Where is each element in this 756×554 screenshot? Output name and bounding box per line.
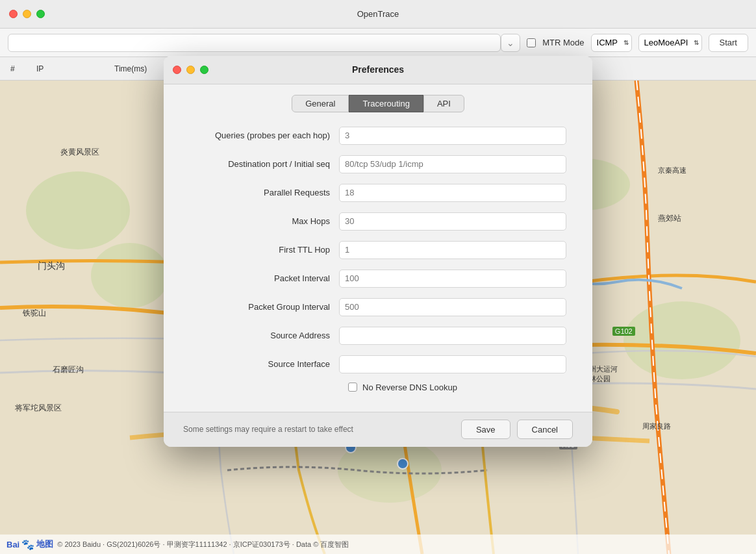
input-sourceaddress[interactable] [339,327,566,345]
maximize-button[interactable] [36,10,45,18]
field-packetinterval: Packet Interval [190,268,566,289]
label-maxhops: Max Hops [190,216,339,226]
prefs-maximize-button[interactable] [200,66,208,74]
tab-general[interactable]: General [292,95,349,112]
prefs-content: Queries (probes per each hop) Destinatio… [164,120,592,412]
input-packetinterval[interactable] [339,270,566,288]
cancel-button[interactable]: Cancel [517,420,573,439]
input-maxhops[interactable] [339,212,566,231]
prefs-footer-buttons: Save Cancel [461,420,573,439]
label-sourceinterface: Source Interface [190,359,339,369]
input-packetgroupinterval[interactable] [339,298,566,316]
label-sourceaddress: Source Address [190,331,339,340]
input-destport[interactable] [339,155,566,173]
prefs-close-button[interactable] [173,66,181,74]
input-parallel[interactable] [339,184,566,202]
save-button[interactable]: Save [461,420,510,439]
label-destport: Destination port / Initial seq [190,159,339,169]
col-header-hash[interactable]: # [5,64,31,73]
close-button[interactable] [9,10,18,18]
prefs-minimize-button[interactable] [186,66,195,74]
traffic-lights [9,10,45,18]
svg-point-1 [26,171,130,249]
input-firstttl[interactable] [339,241,566,259]
no-reverse-dns-checkbox[interactable] [348,383,357,392]
field-sourceaddress: Source Address [190,325,566,346]
label-parallel: Parallel Requests [190,188,339,197]
col-header-ip[interactable]: IP [31,64,109,73]
checkbox-row-dns: No Reverse DNS Lookup [348,383,566,392]
label-queries: Queries (probes per each hop) [190,131,339,140]
field-destport: Destination port / Initial seq [190,154,566,175]
mtr-mode-checkbox[interactable] [527,38,536,47]
field-queries: Queries (probes per each hop) [190,125,566,146]
destination-input[interactable] [8,34,501,52]
mtr-mode-label: MTR Mode [542,38,584,47]
baidu-paw-icon: 🐾 [21,538,34,551]
preferences-dialog: Preferences General Tracerouting API Que… [164,56,592,447]
prefs-tabs: General Tracerouting API [164,84,592,120]
baidu-copyright: © 2023 Baidu · GS(2021)6026号 · 甲测资字11111… [57,540,349,549]
prefs-footer: Some settings may require a restart to t… [164,412,592,447]
field-firstttl: First TTL Hop [190,240,566,260]
prefs-title-bar: Preferences [164,56,592,84]
baidu-logo: Bai🐾地图 [6,538,53,551]
prefs-footer-text: Some settings may require a restart to t… [183,425,353,434]
tab-api[interactable]: API [423,95,464,112]
svg-point-5 [624,301,740,379]
minimize-button[interactable] [23,10,31,18]
toolbar: ⌄ MTR Mode ICMP UDP TCP ⇅ LeoMoeAPI ⇅ St… [0,29,756,57]
api-select-wrapper: LeoMoeAPI ⇅ [638,34,702,52]
field-sourceinterface: Source Interface [190,354,566,375]
label-packetgroupinterval: Packet Group Interval [190,302,339,312]
protocol-select-wrapper: ICMP UDP TCP ⇅ [591,34,632,52]
app-title: OpenTrace [357,9,399,19]
input-sourceinterface[interactable] [339,355,566,373]
tab-tracerouting[interactable]: Tracerouting [349,95,423,112]
prefs-title: Preferences [352,64,404,75]
label-packetinterval: Packet Interval [190,273,339,283]
input-queries[interactable] [339,127,566,145]
no-reverse-dns-label: No Reverse DNS Lookup [362,383,457,392]
field-maxhops: Max Hops [190,211,566,232]
svg-point-10 [397,459,408,469]
field-parallel: Parallel Requests [190,183,566,203]
start-button[interactable]: Start [709,34,748,52]
dropdown-chevron-icon[interactable]: ⌄ [501,34,520,52]
api-select[interactable]: LeoMoeAPI [638,34,702,52]
protocol-select[interactable]: ICMP UDP TCP [591,34,632,52]
svg-point-2 [91,243,169,308]
baidu-footer: Bai🐾地图 © 2023 Baidu · GS(2021)6026号 · 甲测… [0,535,756,554]
label-firstttl: First TTL Hop [190,245,339,255]
prefs-traffic-lights [173,66,208,74]
title-bar: OpenTrace [0,0,756,29]
field-packetgroupinterval: Packet Group Interval [190,297,566,318]
